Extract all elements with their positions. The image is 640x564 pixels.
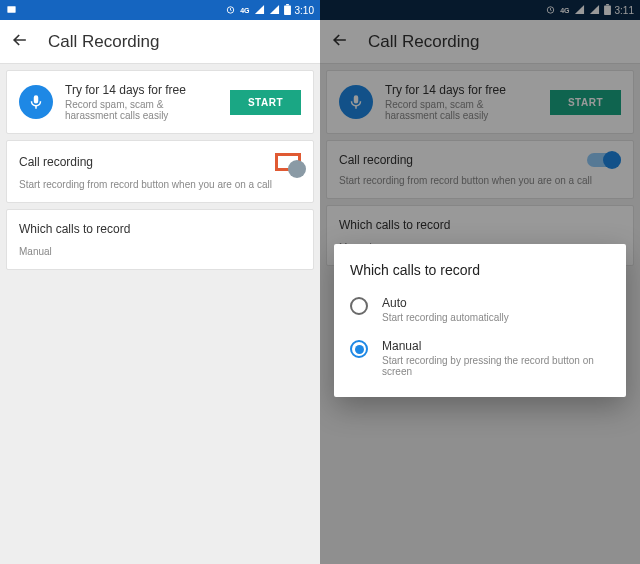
svg-rect-3 <box>286 4 289 5</box>
which-calls-dialog: Which calls to record Auto Start recordi… <box>334 244 626 397</box>
promo-title: Try for 14 days for free <box>65 83 218 97</box>
radio-option-manual[interactable]: Manual Start recording by pressing the r… <box>350 339 610 377</box>
section-value: Manual <box>19 246 301 257</box>
page-title: Call Recording <box>48 32 160 52</box>
promo-subtitle: Record spam, scam & harassment calls eas… <box>65 99 218 121</box>
signal-icon-2 <box>269 4 280 17</box>
radio-icon <box>350 297 368 315</box>
back-icon[interactable] <box>10 30 30 54</box>
which-calls-section[interactable]: Which calls to record Manual <box>6 209 314 270</box>
setting-description: Start recording from record button when … <box>19 179 301 190</box>
battery-icon <box>284 4 291 17</box>
clock-time: 3:10 <box>295 5 314 16</box>
start-button[interactable]: START <box>230 90 301 115</box>
highlight-box <box>275 153 301 171</box>
gallery-icon <box>6 4 17 17</box>
radio-icon <box>350 340 368 358</box>
radio-option-auto[interactable]: Auto Start recording automatically <box>350 296 610 323</box>
mic-icon <box>19 85 53 119</box>
dual-phone-container: 4G 3:10 Call Recording Try for 14 days f… <box>0 0 640 564</box>
radio-description: Start recording automatically <box>382 312 509 323</box>
app-bar: Call Recording <box>0 20 320 64</box>
dialog-title: Which calls to record <box>350 262 610 278</box>
status-bar: 4G 3:10 <box>0 0 320 20</box>
svg-rect-2 <box>284 5 291 15</box>
radio-label: Auto <box>382 296 509 310</box>
alarm-icon <box>225 4 236 17</box>
network-label: 4G <box>240 7 249 14</box>
svg-rect-0 <box>7 6 15 12</box>
section-title: Which calls to record <box>19 222 301 236</box>
radio-description: Start recording by pressing the record b… <box>382 355 610 377</box>
promo-card: Try for 14 days for free Record spam, sc… <box>6 70 314 134</box>
radio-label: Manual <box>382 339 610 353</box>
signal-icon <box>254 4 265 17</box>
call-recording-setting[interactable]: Call recording Start recording from reco… <box>6 140 314 203</box>
phone-left: 4G 3:10 Call Recording Try for 14 days f… <box>0 0 320 564</box>
setting-title: Call recording <box>19 155 93 169</box>
phone-right: 4G 3:11 Call Recording <box>320 0 640 564</box>
